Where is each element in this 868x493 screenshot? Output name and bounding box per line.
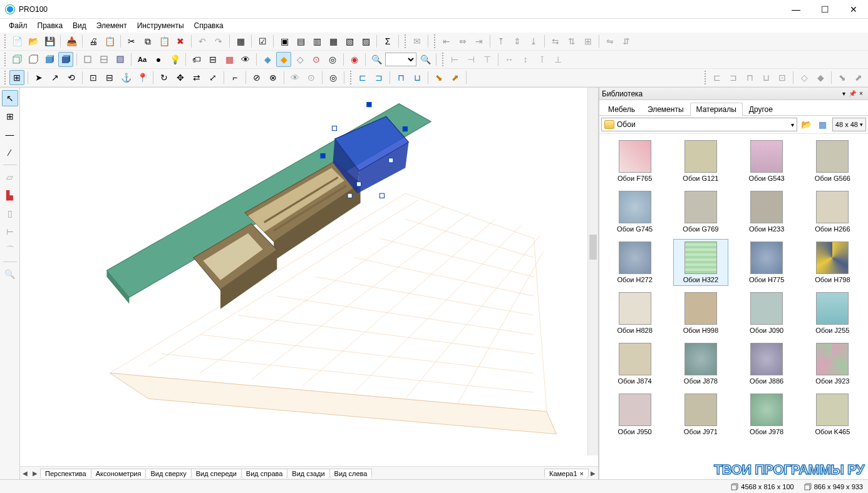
maximize-button[interactable]: ☐ [810,0,839,19]
zoom-combo[interactable] [385,53,416,66]
measure-icon[interactable]: ⊢ [2,223,18,240]
material-item[interactable]: Обои H266 [805,188,860,235]
select-tool-icon[interactable]: ↖ [2,90,18,106]
snap3-icon[interactable]: ⊓ [393,70,408,85]
view-tab-Вид сзади[interactable]: Вид сзади [287,469,329,478]
grid-icon[interactable]: ▦ [222,52,237,67]
flat-shade-icon[interactable] [42,52,57,67]
material-item[interactable]: Обои F765 [607,138,663,185]
library-tab-Элементы[interactable]: Элементы [641,103,690,116]
cube2-icon[interactable] [96,52,111,67]
spacing3-icon[interactable]: ⊤ [480,52,495,67]
library-grid[interactable]: Обои F765Обои G121Обои G543Обои G566Обои… [599,134,868,479]
pin-icon[interactable]: 📍 [135,70,150,85]
mirror-icon[interactable]: ⇄ [189,70,204,85]
tag-icon[interactable]: 🏷 [189,52,204,67]
light-icon[interactable]: 💡 [167,52,182,67]
move-tool-icon[interactable]: ↗ [48,70,63,85]
material-item[interactable]: Обои H322 [673,239,728,286]
text-label-icon[interactable]: Aa [135,52,150,67]
zoom-out-icon[interactable]: 🔍 [369,52,384,67]
flip-v-icon[interactable]: ⇵ [619,34,634,49]
close-button[interactable]: ✕ [839,0,868,19]
snap2-icon[interactable]: ⊐ [371,70,386,85]
window3-icon[interactable]: ▥ [309,34,324,49]
up-folder-icon[interactable]: 📂 [800,118,814,131]
chart-tool-icon[interactable]: ▙ [2,187,18,203]
snap6-icon[interactable]: ⬈ [448,70,463,85]
hidden-line-icon[interactable] [26,52,41,67]
snap5-icon[interactable]: ⬊ [431,70,447,85]
sphere-icon[interactable]: ● [151,52,166,67]
spacing2-icon[interactable]: ⊣ [463,52,478,67]
dropdown-icon[interactable]: ▾ [839,90,848,97]
close-panel-icon[interactable]: × [857,90,865,97]
camera-tab[interactable]: Камера1 × [544,469,589,478]
new-file-icon[interactable]: 📄 [9,34,24,49]
snap4-icon[interactable]: ⊔ [410,70,425,85]
window6-icon[interactable]: ▨ [358,34,373,49]
diamond1-icon[interactable]: ◆ [260,52,275,67]
material-item[interactable]: Обои J978 [739,391,794,438]
lock4-icon[interactable]: ⊔ [758,70,773,85]
view-tab-Перспектива[interactable]: Перспектива [40,469,91,478]
align-top-icon[interactable]: ⤒ [493,34,509,49]
material-item[interactable]: Обои H798 [805,239,860,286]
menu-Элемент[interactable]: Элемент [91,20,132,31]
close-tab-icon[interactable]: × [580,470,584,477]
material-item[interactable]: Обои G566 [805,138,860,185]
view-tab-Вид спереди[interactable]: Вид спереди [191,469,242,478]
material-item[interactable]: Обои J971 [673,391,728,438]
shape-tool-icon[interactable]: ▱ [2,169,18,185]
scroll-vertical[interactable] [587,88,598,455]
align-center-h-icon[interactable]: ⇔ [455,34,470,49]
anchor-icon[interactable]: ⚓ [118,70,133,85]
snap1-icon[interactable]: ⊏ [355,70,370,85]
spacing6-icon[interactable]: ⊺ [534,52,549,67]
target-icon[interactable]: ◎ [325,52,340,67]
material-item[interactable]: Обои J923 [805,340,860,387]
cut-icon[interactable]: ✂ [124,34,139,49]
move4-icon[interactable]: ✥ [173,70,188,85]
material-item[interactable]: Обои J886 [739,340,794,387]
lock2-icon[interactable]: ⊐ [726,70,741,85]
align-bottom-icon[interactable]: ⤓ [526,34,541,49]
lock9-icon[interactable]: ⬈ [851,70,866,85]
show2-icon[interactable]: ⊙ [304,70,319,85]
tab-scroll-left[interactable]: ◀ [20,470,30,477]
save-icon[interactable]: 💾 [42,34,57,49]
cube3-icon[interactable] [113,52,128,67]
material-item[interactable]: Обои G769 [673,188,728,235]
menu-Справка[interactable]: Справка [189,20,229,31]
view-tab-Аксонометрия[interactable]: Аксонометрия [91,469,147,478]
thumb-size-select[interactable]: 48 x 48 ▾ [832,118,866,131]
layers-icon[interactable]: ◉ [347,52,362,67]
wireframe-icon[interactable] [9,52,24,67]
library-tab-Другое[interactable]: Другое [743,103,779,116]
textured-icon[interactable] [58,52,73,67]
hide2-icon[interactable]: ⊗ [266,70,281,85]
pin-panel-icon[interactable]: 📌 [848,90,857,97]
material-item[interactable]: Обои J255 [805,290,860,337]
zoom-region-icon[interactable]: ⊞ [2,108,18,125]
material-item[interactable]: Обои K465 [805,391,860,438]
copy-icon[interactable]: ⧉ [140,34,155,49]
paste-icon[interactable]: 📋 [157,34,172,49]
center-icon[interactable]: ◎ [326,70,341,85]
redo-icon[interactable]: ↷ [211,34,226,49]
rotate-cw-icon[interactable]: ↻ [157,70,172,85]
view-tab-Вид слева[interactable]: Вид слева [329,469,373,478]
distribute-h-icon[interactable]: ⇆ [548,34,563,49]
spacing1-icon[interactable]: ⊢ [447,52,462,67]
spacing7-icon[interactable]: ⊥ [550,52,566,67]
properties-icon[interactable]: ▦ [233,34,248,49]
material-item[interactable]: Обои J874 [607,340,663,387]
lock1-icon[interactable]: ⊏ [710,70,725,85]
view-tab-Вид сверху[interactable]: Вид сверху [145,469,191,478]
distribute3-icon[interactable]: ⊞ [581,34,596,49]
minimize-button[interactable]: — [782,0,810,19]
select-all-icon[interactable]: ⊞ [9,70,24,85]
window5-icon[interactable]: ▧ [342,34,357,49]
ungroup-icon[interactable]: ⊟ [102,70,117,85]
import-icon[interactable]: 📥 [64,34,79,49]
